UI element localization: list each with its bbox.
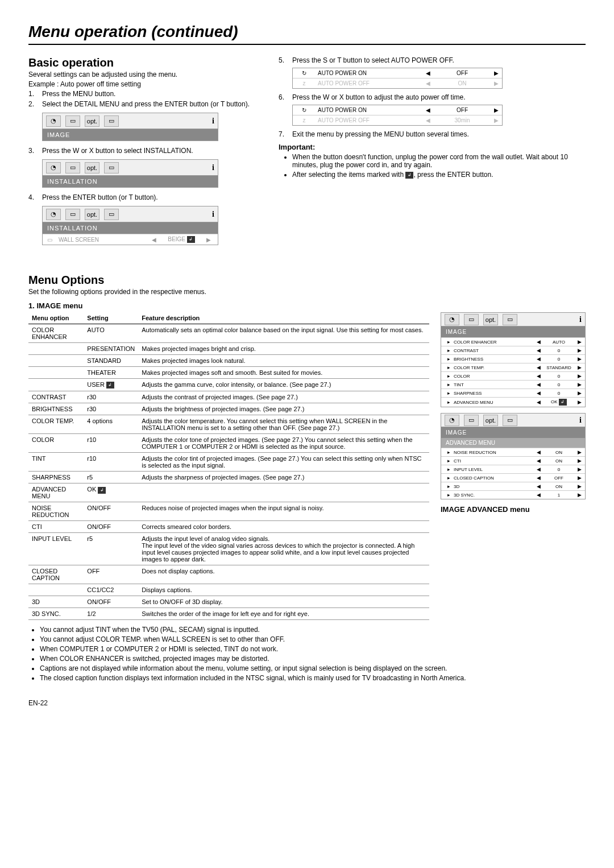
th-setting: Setting — [84, 312, 138, 324]
table-row: COLOR ENHANCERAUTOAutomatically sets an … — [28, 324, 429, 343]
cell-option: TINT — [28, 453, 84, 472]
right-arrow-icon: ▶ — [204, 237, 213, 243]
cell-setting: ON/OFF — [84, 502, 138, 521]
table-row: 3D SYNC.1/2Switches the order of the ima… — [28, 608, 429, 620]
side-menu-row: ▸NOISE REDUCTION◀ON▶ — [441, 448, 585, 456]
cell-description: Set to ON/OFF of 3D display. — [138, 596, 429, 608]
side-advanced-menu: ◔ ▭ opt. ▭ i IMAGE ADVANCED MENU ▸NOISE … — [441, 413, 586, 499]
cell-setting: OK ↲ — [84, 483, 138, 502]
ap-on-value: OFF — [434, 70, 491, 76]
important-bullet-2: After selecting the items marked with ↲,… — [292, 171, 586, 179]
side-menu-row: ▸SHARPNESS◀0▶ — [441, 388, 585, 397]
step-2: Select the DETAIL MENU and press the ENT… — [42, 100, 262, 108]
tab-icon: ▭ — [65, 209, 80, 220]
basic-heading: Basic operation — [28, 56, 262, 69]
page-title: Menu operation (continued) — [28, 23, 586, 45]
side-menu-row: ▸CLOSED CAPTION◀OFF▶ — [441, 473, 585, 482]
table-row: NOISE REDUCTIONON/OFFReduces noise of pr… — [28, 502, 429, 521]
page-footer: EN-22 — [28, 699, 586, 707]
cell-option: BRIGHTNESS — [28, 403, 84, 415]
note-item: Captions are not displayed while informa… — [40, 664, 586, 672]
cell-description: Adjusts the color tint of projected imag… — [138, 453, 429, 472]
note-item: When COMPUTER 1 or COMPUTER 2 or HDMI is… — [40, 645, 586, 653]
ap-off-label: AUTO POWER OFF — [316, 115, 422, 125]
tab-icon-opt: opt. — [483, 415, 498, 426]
enter-icon: ↲ — [187, 236, 195, 243]
cell-description: Displays captions. — [138, 584, 429, 596]
menu-label: INSTALLATION — [43, 222, 218, 234]
menu-installation-wall-box: ◔ ▭ opt. ▭ i INSTALLATION ▭ WALL SCREEN … — [42, 206, 218, 245]
cell-description: Switches the order of the image for left… — [138, 608, 429, 620]
info-icon: i — [212, 117, 214, 126]
side-menu-label: IMAGE — [441, 427, 585, 438]
cell-option: COLOR TEMP. — [28, 415, 84, 434]
cell-description: Reduces noise of projected images when t… — [138, 502, 429, 521]
side-menu-row: ▸ADVANCED MENU◀OK ↲▶ — [441, 397, 585, 407]
cell-setting: THEATER — [84, 367, 138, 379]
tab-icon: ▭ — [503, 314, 517, 325]
cell-option — [28, 367, 84, 379]
cell-option: NOISE REDUCTION — [28, 502, 84, 521]
tab-icon: ▭ — [464, 314, 479, 325]
tab-icon: ▭ — [104, 115, 119, 127]
cell-setting: CC1/CC2 — [84, 584, 138, 596]
left-arrow-icon: ◀ — [422, 107, 434, 113]
cell-setting: ON/OFF — [84, 521, 138, 533]
ap-on-value: OFF — [434, 107, 491, 113]
table-row: COLOR TEMP.4 optionsAdjusts the color te… — [28, 415, 429, 434]
right-arrow-icon: ▶ — [491, 80, 502, 86]
tab-icon: ◔ — [445, 314, 459, 325]
power-off-icon: z — [293, 78, 316, 88]
cell-option: 3D SYNC. — [28, 608, 84, 620]
table-row: USER ↲Adjusts the gamma curve, color int… — [28, 379, 429, 391]
tab-icon-opt: opt. — [483, 314, 498, 325]
cell-setting: r5 — [84, 472, 138, 483]
menu-image-box: ◔ ▭ opt. ▭ i IMAGE — [42, 113, 218, 141]
enter-icon: ↲ — [405, 172, 413, 179]
cell-setting: r10 — [84, 453, 138, 472]
table-row: BRIGHTNESSr30Adjusts the brightness of p… — [28, 403, 429, 415]
ap-on-label: AUTO POWER ON — [316, 105, 422, 115]
right-arrow-icon: ▶ — [491, 117, 502, 123]
table-row: 3DON/OFFSet to ON/OFF of 3D display. — [28, 596, 429, 608]
wall-screen-value: BEIGE ↲ — [159, 236, 204, 243]
cell-description: Makes projected images bright and crisp. — [138, 343, 429, 355]
menu-installation-box: ◔ ▭ opt. ▭ i INSTALLATION — [42, 159, 218, 188]
info-icon: i — [212, 210, 214, 219]
cell-setting: PRESENTATION — [84, 343, 138, 355]
tab-icon: ▭ — [104, 162, 119, 173]
cell-option: CONTRAST — [28, 391, 84, 403]
menu-label: INSTALLATION — [43, 176, 218, 187]
step-1: Press the MENU button. — [42, 90, 262, 98]
auto-power-box-1: ↻AUTO POWER ON◀OFF▶ zAUTO POWER OFF◀ON▶ — [292, 68, 503, 89]
table-row: CONTRASTr30Adjusts the contrast of proje… — [28, 391, 429, 403]
side-menu-row: ▸COLOR TEMP.◀STANDARD▶ — [441, 363, 585, 371]
cell-setting: r10 — [84, 434, 138, 453]
cell-setting: 1/2 — [84, 608, 138, 620]
note-item: When COLOR ENHANCER is switched, project… — [40, 655, 586, 663]
cell-description: Adjusts the contrast of projected images… — [138, 391, 429, 403]
side-menu-row: ▸COLOR◀0▶ — [441, 371, 585, 380]
intro-2: Example : Auto power off time setting — [28, 80, 262, 88]
th-description: Feature description — [138, 312, 429, 324]
ap-on-label: AUTO POWER ON — [316, 68, 422, 78]
cell-setting: AUTO — [84, 324, 138, 343]
tab-icon: ◔ — [445, 415, 459, 426]
cell-setting: r5 — [84, 533, 138, 565]
side-menu-row: ▸CTI◀ON▶ — [441, 456, 585, 465]
right-arrow-icon: ▶ — [491, 70, 502, 76]
cell-option: COLOR — [28, 434, 84, 453]
cell-setting: 4 options — [84, 415, 138, 434]
info-icon: i — [212, 163, 214, 172]
power-on-icon: ↻ — [293, 68, 316, 78]
table-row: SHARPNESSr5Adjusts the sharpness of proj… — [28, 472, 429, 483]
cell-description: Adjusts the input level of analog video … — [138, 533, 429, 565]
table-row: CLOSED CAPTIONOFFDoes not display captio… — [28, 565, 429, 584]
cell-option — [28, 355, 84, 367]
cell-setting: ON/OFF — [84, 596, 138, 608]
cell-description: Automatically sets an optimal color bala… — [138, 324, 429, 343]
cell-description — [138, 483, 429, 502]
cell-description: Makes projected images soft and smooth. … — [138, 367, 429, 379]
tab-icon: ◔ — [46, 115, 61, 127]
left-arrow-icon: ◀ — [422, 117, 434, 123]
